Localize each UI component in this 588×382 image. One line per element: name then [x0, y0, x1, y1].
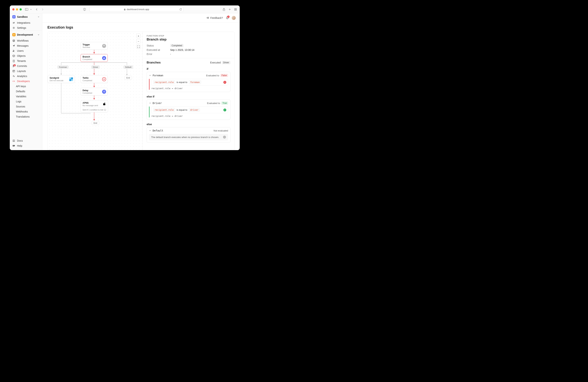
sidebar-item-developers[interactable]: Developers: [10, 79, 42, 84]
sidebar-sub-defaults[interactable]: Defaults: [10, 89, 42, 94]
kv-key: Executed at: [147, 48, 170, 51]
branch-name: Foreman: [153, 74, 163, 77]
ok-icon: ✓: [223, 109, 226, 112]
megaphone-icon: [207, 17, 209, 19]
elseif-label: else if: [147, 95, 231, 98]
tabs-grid-icon[interactable]: [234, 8, 237, 11]
pulse-icon: [12, 75, 15, 77]
default-note-text: The default branch executes when no prev…: [151, 136, 219, 138]
nav-back-icon[interactable]: [35, 8, 38, 11]
page-body: Execution logs: [42, 22, 240, 150]
sidebar-item-integrations[interactable]: Integrations: [10, 20, 42, 25]
sidebar-item-docs[interactable]: Docs: [10, 138, 42, 143]
svg-rect-3: [124, 9, 126, 10]
url-bar[interactable]: dashboard.knock.app: [89, 7, 184, 12]
sidebar-sub-translations[interactable]: Translations: [10, 114, 42, 119]
minimize-window-button[interactable]: [16, 8, 18, 11]
branch-label-foreman: Foreman: [57, 65, 69, 69]
users-icon: [12, 50, 15, 52]
node-end-default[interactable]: End: [124, 76, 132, 80]
node-delay[interactable]: Delay Completed: [81, 88, 108, 96]
share-icon[interactable]: [222, 8, 226, 11]
close-window-button[interactable]: [12, 8, 15, 11]
svg-point-54: [103, 79, 104, 80]
node-branch[interactable]: Branch Completed: [81, 54, 108, 62]
sidebar-item-analytics[interactable]: Analytics: [10, 74, 42, 79]
dropdown-chevron-icon[interactable]: [29, 8, 33, 11]
kv-key: Status: [147, 44, 170, 47]
page-title: Execution logs: [47, 25, 235, 29]
muted-icon: −: [223, 136, 226, 138]
nav-forward-icon[interactable]: [41, 8, 44, 11]
node-end-main[interactable]: End: [92, 121, 99, 125]
avatar[interactable]: [232, 16, 236, 20]
if-label: if: [147, 67, 231, 70]
chrome-right-controls: [222, 8, 237, 11]
sidebar-item-label: Objects: [17, 55, 25, 57]
branch-card-head[interactable]: Driver Evaluated to True: [147, 100, 230, 107]
sidebar-item-help[interactable]: Help: [10, 143, 42, 148]
sidebar-sub-api-keys[interactable]: API keys: [10, 84, 42, 89]
workspace-selector[interactable]: Sandbox: [10, 13, 42, 20]
sidebar-toggle-icon[interactable]: [25, 8, 28, 11]
svg-rect-49: [71, 79, 73, 81]
sidebar-sub-sources[interactable]: Sources: [10, 104, 42, 109]
kv-value: Sep 1 2023, 13:30:14: [170, 48, 194, 51]
sidebar-item-messages[interactable]: Messages: [10, 43, 42, 48]
condition-result: recipient.role = driver: [151, 87, 228, 90]
split-icon: [102, 56, 106, 60]
sidebar-item-users[interactable]: Users: [10, 48, 42, 53]
kv-value: -: [170, 53, 171, 56]
notifications-button[interactable]: 1: [226, 16, 229, 19]
new-tab-icon[interactable]: [228, 8, 231, 11]
sidebar-item-label: Commits: [17, 65, 27, 67]
fit-view-button[interactable]: [136, 44, 141, 49]
not-evaluated-label: Not evaluated: [214, 129, 228, 132]
sidebar-item-tenants[interactable]: Tenants: [10, 58, 42, 63]
svg-point-11: [13, 16, 15, 18]
executed-branch-badge: Driver: [222, 61, 231, 64]
send-icon: [12, 44, 15, 47]
branch-card-head[interactable]: Foreman Evaluated to False: [147, 72, 230, 79]
environment-selector[interactable]: Development: [10, 31, 42, 38]
sidebar-item-workflows[interactable]: Workflows: [10, 38, 42, 43]
split-panel: + − Trigger Success: [47, 32, 235, 150]
sidebar-item-layouts[interactable]: Layouts: [10, 69, 42, 74]
node-apns[interactable]: APNS No message sent Sent if 1 condition…: [81, 100, 108, 112]
maximize-window-button[interactable]: [20, 8, 22, 11]
sidebar-sub-logs[interactable]: Logs: [10, 99, 42, 104]
zoom-in-button[interactable]: +: [136, 34, 141, 38]
apple-icon: [103, 102, 106, 106]
flow-canvas[interactable]: + − Trigger Success: [48, 32, 143, 150]
sidebar-item-label: Webhooks: [16, 110, 28, 113]
content-area: Feedback? 1 Execution logs: [42, 13, 240, 150]
sidebar-item-commits[interactable]: 4 Commits: [10, 63, 42, 69]
workspace-label: Sandbox: [17, 15, 28, 18]
branch-card-foreman: Foreman Evaluated to False recipient.rol…: [147, 72, 231, 92]
sidebar-sub-webhooks[interactable]: Webhooks: [10, 109, 42, 114]
kv-status: Status Completed: [147, 44, 231, 47]
branch-card-head[interactable]: Default Not evaluated: [147, 127, 230, 134]
clock-icon: [102, 90, 106, 94]
executed-label: Executed: [210, 61, 221, 64]
sidebar-item-settings[interactable]: Settings: [10, 25, 42, 30]
shield-icon[interactable]: [83, 8, 86, 11]
reload-icon[interactable]: [179, 8, 182, 11]
node-twilio[interactable]: Twilio Completed: [81, 75, 108, 83]
condition-value: driver: [189, 108, 200, 112]
sidebar-item-objects[interactable]: Objects: [10, 53, 42, 58]
sendgrid-icon: [69, 77, 73, 81]
branch-card-body: recipient.role is equal to driver ✓ reci…: [149, 107, 228, 117]
branches-header: Branches Executed Driver: [147, 61, 231, 64]
commits-count-badge: 4: [13, 64, 16, 66]
svg-point-17: [13, 50, 14, 51]
zoom-out-button[interactable]: −: [136, 39, 141, 43]
svg-rect-7: [234, 8, 235, 9]
default-branch-note: The default branch executes when no prev…: [149, 134, 228, 140]
branch-card-default: Default Not evaluated The default branch…: [147, 127, 231, 143]
node-trigger[interactable]: Trigger Success: [81, 42, 108, 50]
node-sendgrid[interactable]: Sendgrid Did not execute: [48, 75, 75, 83]
svg-rect-50: [71, 77, 73, 79]
feedback-button[interactable]: Feedback?: [207, 17, 223, 19]
sidebar-sub-variables[interactable]: Variables: [10, 94, 42, 99]
